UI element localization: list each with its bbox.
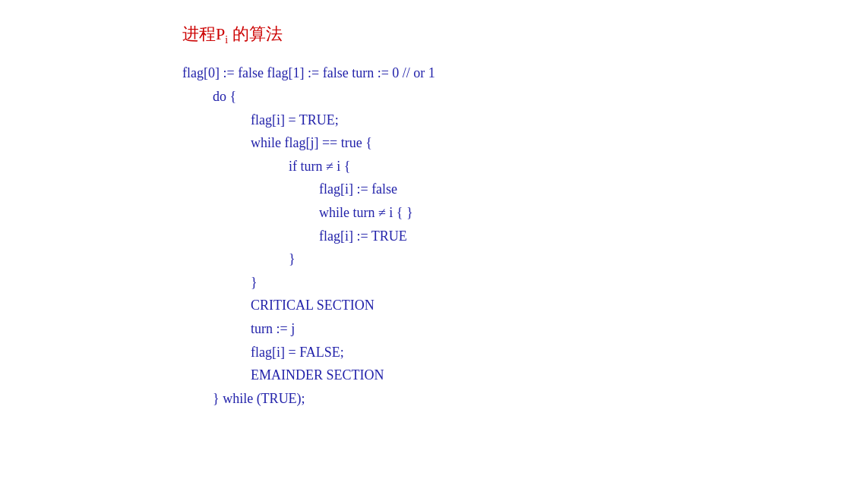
page-title: 进程Pi 的算法 bbox=[182, 23, 684, 46]
page-container: 进程Pi 的算法 flag[0] := false flag[1] := fal… bbox=[0, 15, 866, 417]
code-line-while-flag: while flag[j] == true { bbox=[182, 131, 684, 155]
code-block: flag[0] := false flag[1] := false turn :… bbox=[182, 61, 684, 410]
code-line-close-if: } bbox=[182, 247, 684, 271]
code-line-flag-true: flag[i] = TRUE; bbox=[182, 109, 684, 132]
title-text: 进程P bbox=[182, 24, 225, 43]
code-line-remainder: EMAINDER SECTION bbox=[182, 364, 684, 387]
code-line-while-true: } while (TRUE); bbox=[182, 387, 684, 411]
code-line-init: flag[0] := false flag[1] := false turn :… bbox=[182, 61, 684, 85]
code-line-while-turn: while turn ≠ i { } bbox=[182, 201, 684, 225]
code-line-close-while: } bbox=[182, 271, 684, 295]
code-line-flag-true2: flag[i] := TRUE bbox=[182, 225, 684, 248]
code-line-do: do { bbox=[182, 85, 684, 109]
code-line-flag-final: flag[i] = FALSE; bbox=[182, 341, 684, 364]
code-line-if-turn: if turn ≠ i { bbox=[182, 155, 684, 178]
code-line-critical: CRITICAL SECTION bbox=[182, 294, 684, 317]
code-line-turn-j: turn := j bbox=[182, 317, 684, 341]
title-suffix: 的算法 bbox=[228, 24, 283, 43]
code-line-flag-false: flag[i] := false bbox=[182, 178, 684, 201]
